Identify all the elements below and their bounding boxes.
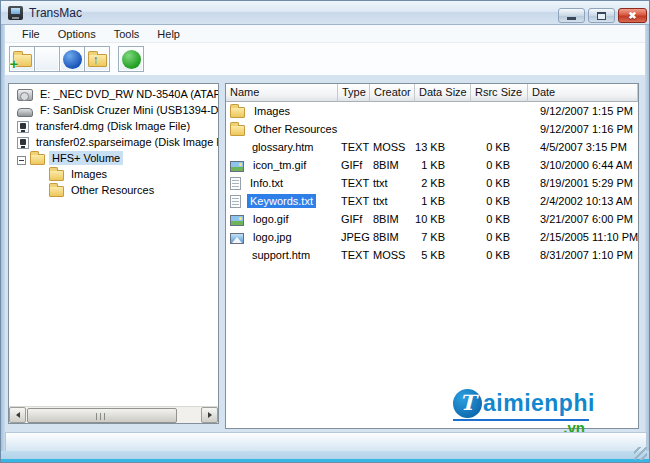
folder-icon (230, 125, 245, 136)
menu-item-options[interactable]: Options (55, 27, 99, 41)
file-name-label: Other Resources (251, 122, 338, 136)
cd-drive-icon (17, 89, 33, 101)
volume-tree-panel: E: _NEC DVD_RW ND-3540A (ATAPI-CF: SanDi… (8, 83, 219, 424)
tree-item-f-sandisk-cruzer-mini-usb1394-disk[interactable]: F: SanDisk Cruzer Mini (USB1394-Disk) (9, 102, 218, 118)
scroll-left-icon (16, 412, 20, 418)
file-name-cell: Info.txt (226, 176, 338, 190)
delete-button[interactable] (34, 46, 60, 72)
file-name-label: Info.txt (247, 176, 286, 190)
file-creator-cell: MOSS (370, 141, 415, 153)
file-name-cell: Other Resources (226, 122, 338, 136)
menu-item-file[interactable]: File (19, 27, 43, 41)
new-folder-button[interactable] (9, 46, 35, 72)
file-creator-cell: ttxt (370, 195, 415, 207)
horizontal-scrollbar[interactable] (9, 406, 218, 423)
tree-item-hfs-volume[interactable]: HFS+ Volume (9, 150, 218, 166)
file-rsrc-size-cell: 0 KB (471, 159, 528, 171)
file-name-cell: support.htm (226, 248, 338, 262)
tree-item-label: HFS+ Volume (49, 151, 123, 165)
file-name-cell: glossary.htm (226, 140, 338, 154)
toolbar-group (9, 46, 110, 72)
tree-item-label: F: SanDisk Cruzer Mini (USB1394-Disk) (37, 103, 219, 117)
file-row-support-htm[interactable]: support.htmTEXTMOSS5 KB0 KB8/31/2007 1:1… (226, 246, 638, 264)
file-rsrc-size-cell: 0 KB (471, 213, 528, 225)
tree-item-e-nec-dvd-rw-nd-3540a-atapi-c[interactable]: E: _NEC DVD_RW ND-3540A (ATAPI-C (9, 86, 218, 102)
status-bar (5, 432, 647, 453)
file-row-logo-jpg[interactable]: logo.jpgJPEG8BIM7 KB0 KB2/15/2005 11:10 … (226, 228, 638, 246)
file-name-label: Images (251, 104, 293, 118)
minimize-icon (567, 17, 576, 20)
file-name-label: logo.gif (250, 212, 291, 226)
info-button[interactable] (59, 46, 85, 72)
file-name-cell: logo.jpg (226, 230, 338, 244)
jpeg-image-icon (230, 233, 244, 244)
scrollbar-thumb[interactable] (27, 408, 177, 423)
file-name-label: icon_tm.gif (250, 158, 309, 172)
column-header-date[interactable]: Date (528, 84, 638, 102)
menu-item-tools[interactable]: Tools (111, 27, 143, 41)
column-header-rsrc-size[interactable]: Rsrc Size (471, 84, 528, 102)
open-disk-image-button[interactable] (84, 46, 110, 72)
file-rsrc-size-cell: 0 KB (471, 141, 528, 153)
folder-icon (49, 186, 64, 197)
file-name-cell: logo.gif (226, 212, 338, 226)
window-frame-left (1, 25, 5, 462)
file-type-cell: TEXT (338, 177, 370, 189)
file-row-logo-gif[interactable]: logo.gifGIFf8BIM10 KB0 KB3/21/2007 6:00 … (226, 210, 638, 228)
file-row-glossary-htm[interactable]: glossary.htmTEXTMOSS13 KB0 KB4/5/2007 3:… (226, 138, 638, 156)
html-file-icon (230, 141, 243, 154)
column-header-data-size[interactable]: Data Size (415, 84, 471, 102)
tree-item-images[interactable]: Images (9, 166, 218, 182)
column-header-creator[interactable]: Creator (370, 84, 415, 102)
help-button[interactable] (118, 46, 144, 72)
scroll-right-button[interactable] (201, 407, 218, 423)
file-creator-cell: 8BIM (370, 231, 415, 243)
resize-grip-icon[interactable] (634, 447, 647, 460)
tree-item-other-resources[interactable]: Other Resources (9, 182, 218, 198)
file-type-cell: GIFf (338, 159, 370, 171)
file-type-cell: TEXT (338, 141, 370, 153)
file-list-panel: NameTypeCreatorData SizeRsrc SizeDate Im… (225, 83, 639, 429)
tree-item-label: E: _NEC DVD_RW ND-3540A (ATAPI-C (37, 87, 219, 101)
file-rsrc-size-cell: 0 KB (471, 195, 528, 207)
file-type-cell: TEXT (338, 249, 370, 261)
scroll-left-button[interactable] (9, 407, 26, 423)
disk-image-icon (17, 137, 29, 149)
title-bar[interactable]: TransMac ✖ (1, 1, 650, 25)
minimize-button[interactable] (558, 8, 585, 23)
toolbar (5, 43, 647, 75)
tree-item-label: transfer4.dmg (Disk Image File) (33, 119, 193, 133)
file-type-cell: TEXT (338, 195, 370, 207)
file-row-keywords-txt[interactable]: Keywords.txtTEXTttxt1 KB0 KB2/4/2002 10:… (226, 192, 638, 210)
disk-image-icon (17, 121, 29, 133)
close-button[interactable]: ✖ (618, 8, 647, 23)
file-row-info-txt[interactable]: Info.txtTEXTttxt2 KB0 KB8/19/2001 5:29 P… (226, 174, 638, 192)
file-row-icon-tm-gif[interactable]: icon_tm.gifGIFf8BIM1 KB0 KB3/10/2000 6:4… (226, 156, 638, 174)
close-icon: ✖ (628, 11, 636, 21)
column-header-type[interactable]: Type (338, 84, 370, 102)
file-creator-cell: 8BIM (370, 159, 415, 171)
tree-item-label: transfer02.sparseimage (Disk Image File) (33, 135, 219, 149)
file-data-size-cell: 2 KB (415, 177, 471, 189)
column-header-row: NameTypeCreatorData SizeRsrc SizeDate (226, 84, 638, 102)
file-name-cell: icon_tm.gif (226, 158, 338, 172)
watermark: T aimienphi .vn (453, 389, 589, 435)
file-date-cell: 2/4/2002 10:13 AM (528, 195, 639, 207)
watermark-text: aimienphi (483, 390, 595, 417)
file-data-size-cell: 5 KB (415, 249, 471, 261)
collapse-expander-icon[interactable] (17, 156, 26, 165)
tree-item-transfer4-dmg-disk-image-file[interactable]: transfer4.dmg (Disk Image File) (9, 118, 218, 134)
maximize-button[interactable] (588, 8, 615, 23)
gif-image-icon (230, 215, 244, 226)
file-row-images[interactable]: Images9/12/2007 1:15 PM (226, 102, 638, 120)
file-row-other-resources[interactable]: Other Resources9/12/2007 1:16 PM (226, 120, 638, 138)
column-header-name[interactable]: Name (226, 84, 338, 102)
folder-icon (30, 154, 45, 165)
maximize-icon (597, 12, 606, 20)
volume-tree: E: _NEC DVD_RW ND-3540A (ATAPI-CF: SanDi… (9, 86, 218, 198)
window-title: TransMac (29, 6, 82, 20)
menu-item-help[interactable]: Help (154, 27, 183, 41)
usb-drive-icon (17, 108, 33, 117)
tree-item-transfer02-sparseimage-disk-image-file[interactable]: transfer02.sparseimage (Disk Image File) (9, 134, 218, 150)
file-date-cell: 4/5/2007 3:15 PM (528, 141, 639, 153)
